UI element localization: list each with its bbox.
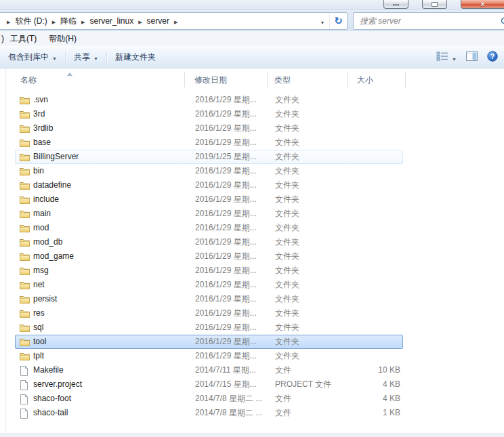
close-button[interactable]: × xyxy=(461,0,504,9)
button-label: 包含到库中 xyxy=(8,51,49,63)
share-button[interactable]: 共享 xyxy=(67,49,105,66)
menu-item-help[interactable]: 帮助(H) xyxy=(43,32,83,46)
folder-icon xyxy=(20,224,30,232)
folder-icon xyxy=(20,167,30,175)
help-button[interactable]: ? xyxy=(484,48,501,67)
table-row[interactable]: include 2016/1/29 星期... 文件夹 xyxy=(15,192,403,207)
table-row[interactable]: server.project 2014/7/15 星期... PROJECT 文… xyxy=(15,377,403,392)
file-type: 文件夹 xyxy=(275,136,299,149)
maximize-button[interactable] xyxy=(422,0,447,9)
table-row[interactable]: 3rd 2016/1/29 星期... 文件夹 xyxy=(15,107,403,121)
file-name: mod xyxy=(33,222,49,234)
command-bar-left: 包含到库中 共享 新建文件夹 xyxy=(0,47,164,68)
file-type: 文件夹 xyxy=(275,321,299,334)
table-row[interactable]: shaco-foot 2014/7/8 星期二 ... 文件 4 KB xyxy=(15,392,403,406)
button-label: 共享 xyxy=(74,51,90,63)
file-type: 文件夹 xyxy=(275,108,299,121)
toolbar-separator xyxy=(106,51,107,64)
breadcrumb-arrow-icon xyxy=(138,15,142,27)
refresh-button[interactable] xyxy=(329,13,347,29)
breadcrumb-item-jianglin[interactable]: 降临 xyxy=(57,14,80,29)
file-name: Makefile xyxy=(33,364,64,377)
file-name: shaco-foot xyxy=(33,392,71,405)
table-row[interactable]: mod 2016/1/29 星期... 文件夹 xyxy=(15,221,403,235)
file-type: 文件夹 xyxy=(275,250,299,263)
search-input[interactable] xyxy=(354,13,504,29)
include-in-library-button[interactable]: 包含到库中 xyxy=(1,49,64,66)
table-row[interactable]: tool 2016/1/29 星期... 文件夹 xyxy=(15,335,403,349)
file-name: mod_game xyxy=(33,250,74,263)
table-row[interactable]: msg 2016/1/29 星期... 文件夹 xyxy=(15,264,403,278)
command-bar: 包含到库中 共享 新建文件夹 xyxy=(0,46,504,68)
file-icon xyxy=(20,394,28,404)
file-name: persist xyxy=(33,293,57,306)
address-history-dropdown-button[interactable] xyxy=(316,13,329,29)
views-button[interactable] xyxy=(433,49,460,66)
minimize-button[interactable] xyxy=(383,0,408,9)
breadcrumb-item-drive[interactable]: 软件 (D:) xyxy=(12,14,50,29)
table-row[interactable]: sql 2016/1/29 星期... 文件夹 xyxy=(15,320,403,335)
column-separator[interactable] xyxy=(347,72,348,87)
table-row[interactable]: 3rdlib 2016/1/29 星期... 文件夹 xyxy=(15,121,403,136)
file-icon xyxy=(20,380,28,390)
file-date: 2016/1/29 星期... xyxy=(195,122,257,135)
table-row[interactable]: main 2016/1/29 星期... 文件夹 xyxy=(15,207,403,221)
file-name: include xyxy=(33,193,59,206)
column-header-size[interactable]: 大小 xyxy=(357,72,373,88)
table-row[interactable]: mod_game 2016/1/29 星期... 文件夹 xyxy=(15,249,403,264)
folder-icon xyxy=(20,124,30,133)
folder-icon xyxy=(20,337,30,346)
table-row[interactable]: shaco-tail 2014/7/8 星期二 ... 文件 1 KB xyxy=(15,406,403,420)
table-row[interactable]: Makefile 2014/7/11 星期... 文件 10 KB xyxy=(15,363,403,377)
folder-icon xyxy=(20,352,30,360)
breadcrumb-arrow-icon xyxy=(174,15,177,27)
table-row[interactable]: res 2016/1/29 星期... 文件夹 xyxy=(15,306,403,320)
file-type: 文件夹 xyxy=(275,350,299,362)
file-size: 10 KB xyxy=(312,364,400,377)
file-date: 2016/1/29 星期... xyxy=(195,136,257,149)
file-name: 3rdlib xyxy=(33,122,53,135)
column-header-date[interactable]: 修改日期 xyxy=(194,72,227,88)
table-row[interactable]: datadefine 2016/1/29 星期... 文件夹 xyxy=(15,178,403,192)
file-name: BillingServer xyxy=(33,150,79,163)
file-size: 4 KB xyxy=(312,392,400,405)
new-folder-button[interactable]: 新建文件夹 xyxy=(108,49,163,66)
folder-icon xyxy=(20,266,30,275)
table-row[interactable]: mod_db 2016/1/29 星期... 文件夹 xyxy=(15,235,403,249)
table-row[interactable]: persist 2016/1/29 星期... 文件夹 xyxy=(15,292,403,306)
file-type: 文件 xyxy=(275,407,291,419)
file-name: base xyxy=(33,136,51,149)
menu-item-tools[interactable]: 工具(T) xyxy=(4,32,43,46)
help-icon: ? xyxy=(487,51,498,64)
file-date: 2016/1/29 星期... xyxy=(195,350,257,362)
table-row[interactable]: bin 2016/1/29 星期... 文件夹 xyxy=(15,164,403,178)
folder-icon xyxy=(20,323,30,332)
folder-icon xyxy=(20,181,30,190)
file-name: .svn xyxy=(33,93,48,106)
table-row[interactable]: net 2016/1/29 星期... 文件夹 xyxy=(15,278,403,292)
file-date: 2016/1/29 星期... xyxy=(195,264,257,277)
breadcrumb-item-server-linux[interactable]: server_linux xyxy=(87,14,138,28)
table-row[interactable]: tplt 2016/1/29 星期... 文件夹 xyxy=(15,349,403,363)
explorer-window: × 软件 (D:) 降临 server_linux server xyxy=(0,0,504,437)
column-header-name[interactable]: 名称 xyxy=(20,72,37,88)
table-row[interactable]: base 2016/1/29 星期... 文件夹 xyxy=(15,136,403,150)
address-bar[interactable]: 软件 (D:) 降临 server_linux server xyxy=(0,12,348,30)
breadcrumb-item-server[interactable]: server xyxy=(144,14,173,28)
search-box[interactable] xyxy=(353,12,504,30)
file-name: tool xyxy=(33,335,46,348)
file-date: 2016/1/29 星期... xyxy=(195,93,257,106)
column-header-type[interactable]: 类型 xyxy=(274,72,291,88)
minimize-icon xyxy=(393,4,399,6)
column-separator[interactable] xyxy=(405,72,406,87)
table-row[interactable]: .svn 2016/1/29 星期... 文件夹 xyxy=(15,93,403,107)
table-row[interactable]: BillingServer 2019/1/25 星期... 文件夹 xyxy=(15,150,403,164)
file-date: 2016/1/29 星期... xyxy=(195,222,257,234)
file-type: 文件夹 xyxy=(275,150,299,163)
refresh-icon xyxy=(334,15,343,27)
column-separator[interactable] xyxy=(267,72,268,87)
file-type: 文件夹 xyxy=(275,165,299,178)
command-bar-right: ? xyxy=(433,48,504,67)
column-separator[interactable] xyxy=(184,72,185,87)
preview-pane-button[interactable] xyxy=(463,49,481,66)
